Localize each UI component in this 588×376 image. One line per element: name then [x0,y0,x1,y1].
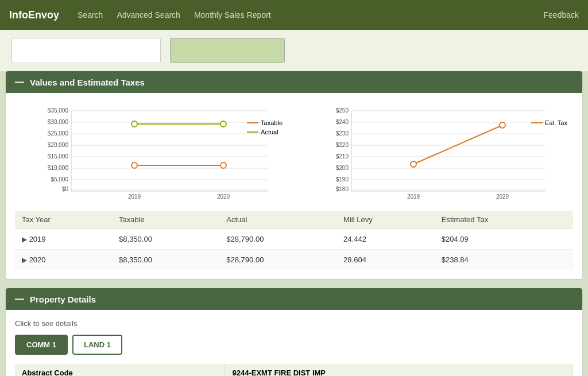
svg-line-46 [413,125,502,164]
svg-text:$35,000: $35,000 [48,107,69,114]
svg-point-47 [411,161,416,167]
row2-year: ▶ 2020 [15,250,112,270]
chart-est-tax: $250 $240 $230 $220 $210 $200 $190 $180 [300,102,573,201]
svg-point-22 [220,121,226,127]
nav-link-advanced-search[interactable]: Advanced Search [117,10,180,20]
tab-comm[interactable]: COMM 1 [15,335,68,355]
main-content: — Values and Estimated Taxes $35,000 $30… [0,71,588,376]
row1-year: ▶ 2019 [15,229,112,250]
expand-row2-button[interactable]: ▶ [22,256,27,264]
svg-point-48 [500,122,505,128]
row2-est-tax: $238.84 [435,250,573,270]
feedback-link[interactable]: Feedback [544,10,579,20]
svg-text:$230: $230 [336,130,349,137]
svg-text:$180: $180 [336,186,349,192]
nav-links: Search Advanced Search Monthly Sales Rep… [78,10,544,20]
tab-land[interactable]: LAND 1 [72,335,122,355]
property-detail-table: Abstract Code 9244-EXMT FIRE DIST IMP [15,364,573,376]
col-header-mill-levy: Mill Levy [336,211,435,229]
col-header-est-tax: Estimated Tax [435,211,573,229]
actual-legend-line [247,131,258,133]
values-section-header: — Values and Estimated Taxes [6,71,582,93]
bottom-col1-header: Abstract Code [15,364,225,376]
chart1-legend: Taxable Actual [247,119,283,138]
collapse-icon-2[interactable]: — [15,294,24,304]
row1-mill-levy: 24.442 [336,229,435,250]
col-header-year: Tax Year [15,211,112,229]
taxable-legend-line [247,122,258,123]
bottom-col2-header: 9244-EXMT FIRE DIST IMP [225,364,573,376]
svg-point-25 [220,162,226,168]
svg-text:$10,000: $10,000 [48,165,69,171]
navbar: InfoEnvoy Search Advanced Search Monthly… [0,0,588,30]
svg-text:$190: $190 [336,176,349,183]
col-header-actual: Actual [219,211,336,229]
svg-text:$220: $220 [336,142,349,148]
chart1-svg: $35,000 $30,000 $25,000 $20,000 $15,000 … [15,102,288,200]
svg-text:$5,000: $5,000 [51,176,68,183]
svg-point-24 [131,162,137,168]
svg-text:$0: $0 [62,186,69,192]
svg-point-21 [131,121,137,127]
svg-text:$15,000: $15,000 [48,153,69,160]
row1-est-tax: $204.09 [435,229,573,250]
svg-text:$20,000: $20,000 [48,142,69,148]
row1-taxable: $8,350.00 [112,229,219,250]
row2-actual: $28,790.00 [219,250,336,270]
svg-text:$250: $250 [336,107,349,114]
property-section-title: Property Details [30,294,96,304]
svg-text:$25,000: $25,000 [48,130,69,137]
tax-data-table: Tax Year Taxable Actual Mill Levy Estima… [15,211,573,270]
row2-mill-levy: 28.604 [336,250,435,270]
row1-actual: $28,790.00 [219,229,336,250]
values-section: — Values and Estimated Taxes $35,000 $30… [6,71,582,279]
charts-row: $35,000 $30,000 $25,000 $20,000 $15,000 … [15,102,573,201]
chart2-svg: $250 $240 $230 $220 $210 $200 $190 $180 [300,102,573,200]
table-row: ▶ 2019 $8,350.00 $28,790.00 24.442 $204.… [15,229,573,250]
click-to-see-label: Click to see details [15,319,573,328]
svg-text:$30,000: $30,000 [48,119,69,125]
svg-text:2020: 2020 [217,193,230,200]
svg-text:2020: 2020 [496,193,509,200]
row2-taxable: $8,350.00 [112,250,219,270]
collapse-icon[interactable]: — [15,77,24,87]
chart2-legend: Est. Tax [531,119,567,129]
nav-link-monthly-sales[interactable]: Monthly Sales Report [194,10,271,20]
top-bar [0,30,588,71]
values-section-body: $35,000 $30,000 $25,000 $20,000 $15,000 … [6,93,582,279]
top-input-left[interactable] [11,38,161,63]
table-row: ▶ 2020 $8,350.00 $28,790.00 28.604 $238.… [15,250,573,270]
actual-legend-label: Actual [261,129,278,135]
nav-link-search[interactable]: Search [78,10,103,20]
property-tabs: COMM 1 LAND 1 [15,335,573,355]
brand-logo: InfoEnvoy [9,9,59,21]
svg-text:2019: 2019 [128,193,141,200]
property-section-body: Click to see details COMM 1 LAND 1 Abstr… [6,310,582,376]
expand-row1-button[interactable]: ▶ [22,235,27,243]
svg-text:$200: $200 [336,165,349,171]
taxable-legend-label: Taxable [261,119,283,126]
property-section: — Property Details Click to see details … [6,288,582,376]
property-section-header: — Property Details [6,288,582,310]
col-header-taxable: Taxable [112,211,219,229]
est-legend-line [531,122,543,123]
est-legend-label: Est. Tax [545,119,567,126]
svg-text:$240: $240 [336,119,349,125]
svg-text:2019: 2019 [407,193,420,200]
chart-taxable-actual: $35,000 $30,000 $25,000 $20,000 $15,000 … [15,102,288,201]
top-input-right[interactable] [170,38,285,63]
values-section-title: Values and Estimated Taxes [30,77,145,87]
svg-text:$210: $210 [336,153,349,160]
